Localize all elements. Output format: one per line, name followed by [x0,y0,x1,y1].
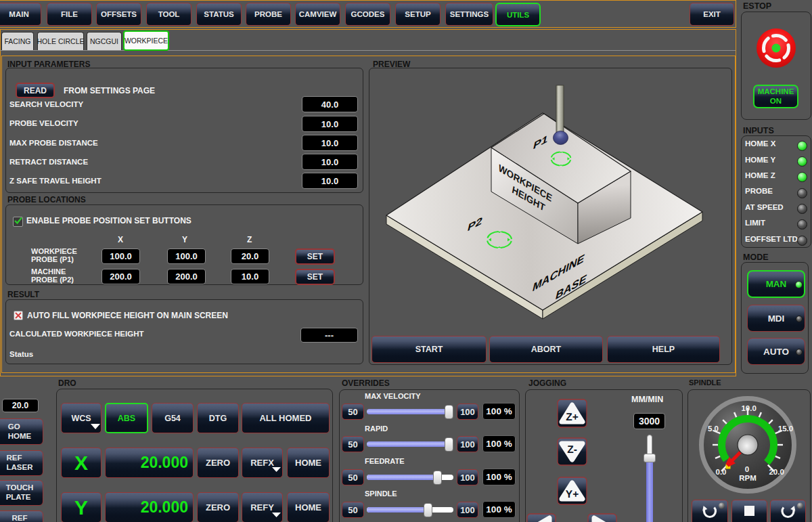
svg-text:15.0: 15.0 [778,425,793,433]
svg-text:20.0: 20.0 [769,469,784,477]
svg-text:Z+: Z+ [566,412,579,423]
svg-text:0: 0 [745,466,749,474]
svg-text:Y+: Y+ [566,489,579,500]
svg-text:0.0: 0.0 [716,469,727,477]
svg-text:RPM: RPM [739,475,757,483]
svg-text:10.0: 10.0 [741,405,756,413]
svg-text:5.0: 5.0 [708,425,719,433]
svg-text:Z-: Z- [567,444,577,456]
